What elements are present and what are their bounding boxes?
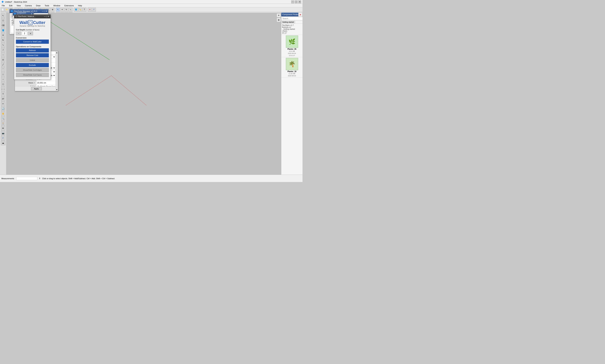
scale-btn[interactable]: ⤡ (69, 8, 72, 12)
position-camera-tool[interactable]: 📷 (1, 131, 5, 135)
menu-file[interactable]: File (1, 4, 6, 7)
section-tool[interactable]: ✂ (1, 102, 5, 106)
planter05-icon: 🌿 (286, 36, 298, 48)
tset2-select[interactable]: To Match Floors ThicknessCustom (36, 85, 55, 86)
canvas-close-btn[interactable]: ✕ (298, 13, 302, 17)
manager-maximize-btn[interactable]: □ (44, 10, 45, 13)
select-tool[interactable]: ↖ (1, 13, 5, 18)
tape-tool[interactable]: ←→ (1, 87, 5, 91)
rotate-btn[interactable]: ↻ (65, 8, 68, 12)
scroll-down-btn[interactable]: ▼ (56, 89, 58, 91)
menu-help[interactable]: Help (77, 4, 83, 7)
manager-minimize-btn[interactable]: ─ (42, 10, 43, 13)
close-btn[interactable]: ✕ (298, 0, 301, 3)
exclude-btn[interactable]: Exclude (16, 63, 49, 67)
components-btn[interactable]: ✕ (88, 8, 92, 12)
measurements-label: Measurements (1, 177, 14, 180)
circle-tool[interactable]: ○ (1, 77, 5, 81)
cut-depth-plus-btn[interactable]: + (28, 31, 33, 35)
wallcutter-logo: Wall ⬡ Cutter Dynamic Openings for Sketc… (16, 20, 49, 27)
push-pull-tool[interactable]: ⤴ (1, 48, 5, 52)
menu-draw[interactable]: Draw (35, 4, 41, 7)
orbit-tool[interactable]: 🔄 (1, 106, 5, 111)
conversion-section: Conversion Convert to WallCutter (16, 37, 49, 44)
getting-started-content: FlexStairs v1.7.flextools.cc/...Getting … (281, 24, 302, 35)
flextools-sidebar-btn[interactable]: F (1, 136, 5, 140)
scroll-bar[interactable]: ▲ ▼ (55, 51, 58, 91)
line-tool[interactable]: ╱ (1, 62, 5, 67)
menu-bar: File Edit View Camera Draw Tools Window … (0, 4, 302, 7)
browser-tabs: Getting started (281, 21, 302, 24)
info-icon: ℹ (39, 177, 40, 180)
zoom-tool[interactable]: 🔍 (1, 116, 5, 121)
flexstairs-row-tset2: T. Set To Match Floors ThicknessCustom (15, 85, 55, 86)
wallcutter-minimize-btn[interactable]: ─ (44, 15, 46, 18)
cut-depth-section: Cut Depth (number of faces) - 2 + (16, 29, 49, 35)
rotate-tool[interactable]: ↻ (1, 38, 5, 42)
manager-close-btn[interactable]: ✕ (46, 10, 47, 13)
cut-depth-value: 2 (22, 31, 27, 35)
tab-getting-started[interactable]: Getting started (281, 21, 295, 24)
menu-window[interactable]: Window (52, 4, 61, 7)
zoom-extents-btn[interactable]: ⊞ (51, 8, 54, 12)
refresh-btn[interactable]: Refresh (16, 48, 49, 52)
text-tool[interactable]: T (1, 92, 5, 96)
text-btn[interactable]: T (82, 8, 86, 12)
panel-close-btn[interactable]: ✕ (276, 13, 281, 17)
browser-item-planter05[interactable]: 🌿 Planter_05 9.51 MB 2020-08-04 13:21:27 (281, 35, 302, 57)
measurements-input[interactable] (16, 177, 37, 180)
remove-cuts-btn[interactable]: Remove Cuts (16, 53, 49, 57)
menu-view[interactable]: View (16, 4, 22, 7)
waist-input[interactable] (36, 81, 55, 85)
wallcutter-title: FlexTools | Wallcut... (17, 15, 44, 17)
show-hide-cut-faces-btn[interactable]: Show/Hide Cut Faces (16, 73, 49, 77)
flextools-btn[interactable]: F (92, 8, 96, 12)
paint-btn[interactable]: 🪣 (74, 8, 78, 12)
cut-depth-minus-btn[interactable]: - (16, 31, 21, 35)
arc-tool[interactable]: ⌒ (1, 67, 5, 72)
wallcutter-close-btn[interactable]: ✕ (48, 15, 49, 18)
component-tool[interactable]: ⬡ (1, 18, 5, 23)
browser-item-planter10[interactable]: 🌴 Planter_10 11.62 MB 2020-08-04 (281, 57, 302, 78)
unlink-btn[interactable]: Unlink (16, 58, 49, 62)
pan-tool[interactable]: ✋ (1, 111, 5, 116)
eraser-tool[interactable]: ⌫ (1, 23, 5, 28)
apply-btn[interactable]: Apply (31, 87, 42, 90)
open-btn[interactable]: 📁 (5, 8, 9, 12)
scroll-up-btn[interactable]: ▲ (56, 52, 58, 53)
panel-info-btn[interactable]: ⊞ (276, 18, 281, 22)
app-title: Untitled* - SketchUp 2024 (5, 1, 27, 3)
menu-extensions[interactable]: Extensions (63, 4, 75, 7)
paint-tool[interactable]: 🪣 (1, 28, 5, 33)
wallcutter-logo-sub: Dynamic Openings for SketchUp (20, 25, 45, 27)
wallcutter-body: Wall ⬡ Cutter Dynamic Openings for Sketc… (14, 18, 51, 79)
measure-btn[interactable]: 📏 (78, 8, 82, 12)
select-btn[interactable]: ↖ (56, 8, 60, 12)
rect-tool[interactable]: □ (1, 72, 5, 77)
new-btn[interactable]: 📄 (1, 8, 5, 12)
offset-tool[interactable]: ⊡ (1, 57, 5, 62)
menu-edit[interactable]: Edit (8, 4, 13, 7)
show-hide-cut-edges-btn[interactable]: Show/Hide Cut Edges (16, 68, 49, 72)
minimize-btn[interactable]: ─ (291, 0, 294, 3)
browser-search-input[interactable] (282, 17, 302, 20)
menu-camera[interactable]: Camera (24, 4, 33, 7)
3d-text-tool[interactable]: 3T (1, 97, 5, 101)
apply-row: Apply (15, 86, 58, 91)
title-bar: 🔷 Untitled* - SketchUp 2024 ─ □ ✕ (0, 0, 302, 4)
walkthrough-tool[interactable]: 🚶 (1, 121, 5, 126)
polygon-tool[interactable]: ⬡ (1, 82, 5, 86)
move-btn[interactable]: ✛ (60, 8, 64, 12)
scale-tool[interactable]: ⤡ (1, 43, 5, 47)
convert-wallcutter-btn[interactable]: Convert to WallCutter (16, 39, 49, 44)
menu-tools[interactable]: Tools (44, 4, 50, 7)
maximize-btn[interactable]: □ (295, 0, 298, 3)
wallcutter-maximize-btn[interactable]: □ (46, 15, 47, 18)
planter10-date: 2020-08-04 (288, 75, 296, 77)
sandbox-tool[interactable]: ⛰ (1, 141, 5, 145)
follow-me-tool[interactable]: → (1, 52, 5, 57)
svg-line-2 (111, 76, 146, 105)
look-around-tool[interactable]: 👁 (1, 126, 5, 130)
move-tool[interactable]: ✛ (1, 33, 5, 38)
small-controls-panel: ✕ ⊞ (276, 13, 281, 22)
